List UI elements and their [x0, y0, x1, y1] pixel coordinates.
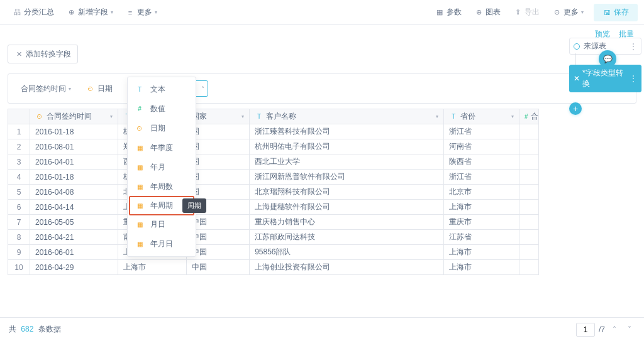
- col-country[interactable]: 国家▾: [187, 109, 250, 124]
- flow-node-transform[interactable]: ✕ *字段类型转换 ⋮: [569, 65, 641, 92]
- cell-time: 2016-04-08: [30, 185, 118, 199]
- clock-icon: ⏲: [86, 84, 95, 93]
- page-total: /7: [599, 325, 605, 334]
- dropdown-option[interactable]: ▦月日: [128, 215, 196, 234]
- field-selector-label: 合同签约时间: [21, 84, 66, 94]
- table-row[interactable]: 32016-04-01西…国西北工业大学陕西省: [8, 154, 538, 169]
- shuffle-icon: ✕: [574, 74, 580, 83]
- more-icon[interactable]: ⋮: [630, 42, 637, 51]
- save-label: 保存: [614, 7, 629, 18]
- type-dropdown: T文本#数值⏲日期▦年季度▦年月▦年周数▦年周期▦月日▦年月日: [127, 77, 196, 257]
- list-label: 更多: [137, 7, 152, 18]
- dropdown-option-label: 文本: [150, 84, 165, 95]
- cell-country: 中国: [187, 260, 250, 274]
- table-row[interactable]: 52016-04-08北…国北京瑞翔科技有限公司北京市: [8, 184, 538, 199]
- cell-time: 2016-04-21: [30, 230, 118, 244]
- text-icon: T: [449, 112, 458, 121]
- col-time[interactable]: ⏲合同签约时间▾: [30, 109, 118, 124]
- add-field-button[interactable]: ⊕新增字段▾: [60, 4, 119, 21]
- table-row[interactable]: 22016-08-01郑…国杭州明佑电子有限公司河南省: [8, 139, 538, 154]
- cell-last: [519, 154, 538, 169]
- cell-last: [519, 215, 538, 229]
- more-icon[interactable]: ⋮: [630, 74, 637, 83]
- page-prev-button[interactable]: ˄: [609, 324, 620, 335]
- cell-last: [519, 230, 538, 244]
- cell-province: 江苏省: [444, 230, 519, 244]
- dropdown-option[interactable]: ▦年季度: [128, 138, 196, 158]
- type-chip-label: 日期: [97, 84, 113, 94]
- page-input[interactable]: [576, 323, 595, 337]
- list-icon: ≡: [126, 8, 135, 17]
- dropdown-option[interactable]: #数值: [128, 99, 196, 119]
- cell-customer: 重庆格力销售中心: [250, 215, 444, 229]
- table-row[interactable]: 42016-01-18杭…国浙江网新恩普软件有限公司浙江省: [8, 169, 538, 184]
- cell-province: 上海市: [444, 200, 519, 214]
- flow-node-transform-label: *字段类型转换: [582, 68, 630, 89]
- page-next-button[interactable]: ˅: [624, 324, 635, 335]
- chart-label: 图表: [486, 7, 501, 18]
- list-button[interactable]: ≡更多▾: [119, 4, 164, 21]
- add-transform-field-button[interactable]: ✕ 添加转换字段: [8, 45, 78, 63]
- table-row[interactable]: 62016-04-14上海市中国上海捷穗软件有限公司上海市: [8, 199, 538, 214]
- add-field-label: 新增字段: [78, 7, 108, 18]
- cell-index: 6: [8, 200, 30, 214]
- cell-customer: 95856部队: [250, 245, 444, 259]
- cell-index: 9: [8, 245, 30, 259]
- cell-time: 2016-06-01: [30, 245, 118, 259]
- param-button[interactable]: ▦参数: [429, 4, 468, 21]
- dropdown-option[interactable]: ⏲日期: [128, 119, 196, 138]
- table-row[interactable]: 72016-05-05重庆市中国重庆格力销售中心重庆市: [8, 214, 538, 229]
- more-button[interactable]: ⊙更多▾: [546, 4, 590, 21]
- cell-index: 3: [8, 154, 30, 169]
- chart-button[interactable]: ⊕图表: [468, 4, 507, 21]
- col-customer[interactable]: T客户名称▾: [250, 109, 444, 124]
- type-icon: ▦: [135, 202, 144, 210]
- type-icon: ▦: [135, 144, 144, 153]
- data-table-wrap: ⏲合同签约时间▾ T… 国家▾ T客户名称▾ T省份▾ #合 12016-01-…: [0, 109, 644, 275]
- cell-province: 重庆市: [444, 215, 519, 229]
- dropdown-option[interactable]: ▦年月日: [128, 234, 196, 254]
- hierarchy-button[interactable]: 品分类汇总: [6, 4, 60, 21]
- save-button[interactable]: 🖫保存: [594, 4, 638, 21]
- col-last[interactable]: #合: [519, 109, 538, 124]
- table-row[interactable]: 102016-04-29上海市中国上海创业投资有限公司上海市: [8, 259, 538, 274]
- cell-customer: 杭州明佑电子有限公司: [250, 139, 444, 154]
- cell-country: 国: [187, 185, 250, 199]
- cell-country: 中国: [187, 215, 250, 229]
- col-province[interactable]: T省份▾: [444, 109, 519, 124]
- cell-index: 4: [8, 170, 30, 184]
- col-index: [8, 109, 30, 124]
- chevron-down-icon: ▾: [69, 86, 71, 92]
- chevron-down-icon: ▾: [110, 114, 113, 119]
- col-last-label: 合: [531, 111, 538, 122]
- type-icon: T: [135, 85, 144, 94]
- table-row[interactable]: 82016-04-21南京市中国江苏邮政同达科技江苏省: [8, 229, 538, 244]
- dropdown-option-label: 月日: [150, 219, 165, 230]
- cell-province: 浙江省: [444, 124, 519, 139]
- cell-time: 2016-04-14: [30, 200, 118, 214]
- type-icon: ▦: [135, 183, 144, 192]
- chat-fab[interactable]: 💬: [599, 50, 616, 68]
- field-selector[interactable]: 合同签约时间 ▾: [16, 80, 76, 97]
- dropdown-option[interactable]: ▦年周数: [128, 177, 196, 197]
- chevron-down-icon: ▾: [155, 9, 157, 15]
- cell-country: 国: [187, 170, 250, 184]
- dropdown-option[interactable]: T文本: [128, 80, 196, 99]
- cell-customer: 上海创业投资有限公司: [250, 260, 444, 274]
- add-node-button[interactable]: +: [569, 102, 582, 115]
- export-icon: ⇪: [513, 8, 522, 17]
- cell-last: [519, 139, 538, 154]
- table-row[interactable]: 92016-06-01上海市中国95856部队上海市: [8, 244, 538, 259]
- cell-customer: 江苏邮政同达科技: [250, 230, 444, 244]
- cell-country: 中国: [187, 230, 250, 244]
- dropdown-option-label: 年季度: [150, 143, 173, 153]
- table-row[interactable]: 12016-01-18杭…国浙江臻善科技有限公司浙江省: [8, 124, 538, 139]
- cell-city: 上海市: [118, 260, 187, 274]
- flow-sidepanel: 来源表 ⋮ 💬 ✕ *字段类型转换 ⋮ +: [569, 38, 641, 115]
- chevron-down-icon: ▾: [511, 114, 514, 119]
- dropdown-option[interactable]: ▦年月: [128, 158, 196, 177]
- type-chip[interactable]: ⏲ 日期: [81, 80, 118, 97]
- dropdown-option-label: 年周期: [150, 200, 173, 211]
- cell-time: 2016-01-18: [30, 124, 118, 139]
- col-province-label: 省份: [460, 111, 475, 122]
